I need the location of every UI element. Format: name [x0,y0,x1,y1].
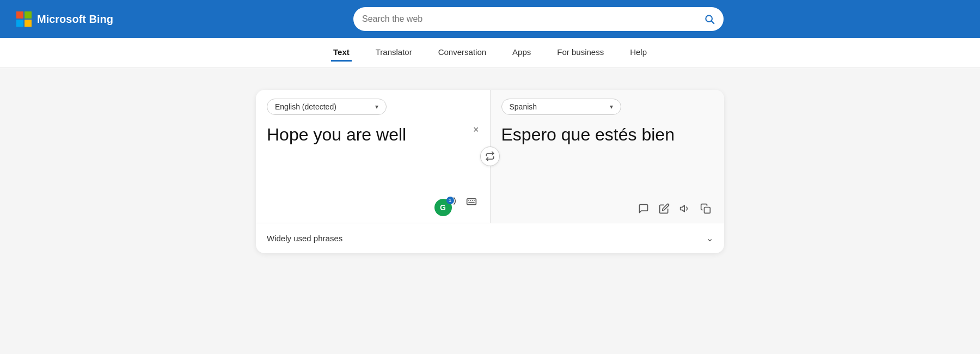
target-lang-label: Spanish [510,102,537,111]
target-edit-button[interactable] [657,201,672,216]
target-panel-actions-wrap [501,189,714,216]
copy-icon [700,203,711,214]
chat-icon [638,203,649,214]
phrases-bar[interactable]: Widely used phrases ⌄ [256,223,724,253]
source-text-wrap: × Hope you are well [267,124,479,189]
source-text[interactable]: Hope you are well [267,124,479,178]
translated-text: Espero que estés bien [501,124,714,178]
tab-help[interactable]: Help [628,44,649,62]
source-keyboard-button[interactable] [464,193,479,209]
search-button[interactable] [704,14,715,25]
logo-area[interactable]: Microsoft Bing [16,11,113,27]
source-panel: English (detected) ▾ × Hope you are well… [256,90,491,223]
grammarly-g-icon: G [440,203,446,212]
target-speaker-icon [679,203,690,214]
source-lang-label: English (detected) [275,102,336,111]
phrases-chevron-icon: ⌄ [706,233,713,243]
header: Microsoft Bing [0,0,980,38]
target-lang-selector[interactable]: Spanish ▾ [501,99,621,115]
target-chat-button[interactable] [636,201,651,216]
panels-row: English (detected) ▾ × Hope you are well… [256,90,724,223]
grammarly-badge: 1 [446,197,454,204]
tab-text[interactable]: Text [331,44,352,62]
main-content: English (detected) ▾ × Hope you are well… [0,68,980,354]
clear-button[interactable]: × [473,125,479,135]
phrases-label: Widely used phrases [267,234,342,243]
search-bar-wrap [113,7,964,31]
svg-rect-10 [705,207,710,213]
tab-for-business[interactable]: For business [555,44,606,62]
logo-text: Microsoft Bing [37,13,113,26]
target-panel-actions [501,197,714,216]
svg-line-1 [712,21,714,24]
target-panel: Spanish ▾ Espero que estés bien [491,90,725,223]
svg-marker-9 [681,205,685,212]
pencil-icon [659,203,670,214]
target-lang-chevron-icon: ▾ [610,103,613,111]
search-icon [704,14,715,25]
nav-tabs: Text Translator Conversation Apps For bu… [0,38,980,68]
target-speaker-button[interactable] [677,201,693,216]
microsoft-logo-icon [16,11,32,27]
source-lang-selector[interactable]: English (detected) ▾ [267,99,387,115]
translator-container: English (detected) ▾ × Hope you are well… [256,90,724,253]
target-copy-button[interactable] [698,201,713,216]
target-text-wrap: Espero que estés bien [501,124,714,189]
keyboard-icon [466,196,477,206]
search-bar [353,7,724,31]
swap-icon [485,151,495,161]
tab-translator[interactable]: Translator [373,44,414,62]
actions-row-left: G 1 [267,189,479,216]
tab-apps[interactable]: Apps [510,44,533,62]
swap-languages-button[interactable] [480,147,500,166]
grammarly-icon[interactable]: G 1 [434,199,452,216]
source-lang-chevron-icon: ▾ [375,103,378,111]
svg-rect-3 [467,199,476,205]
tab-conversation[interactable]: Conversation [436,44,488,62]
search-input[interactable] [362,14,699,24]
